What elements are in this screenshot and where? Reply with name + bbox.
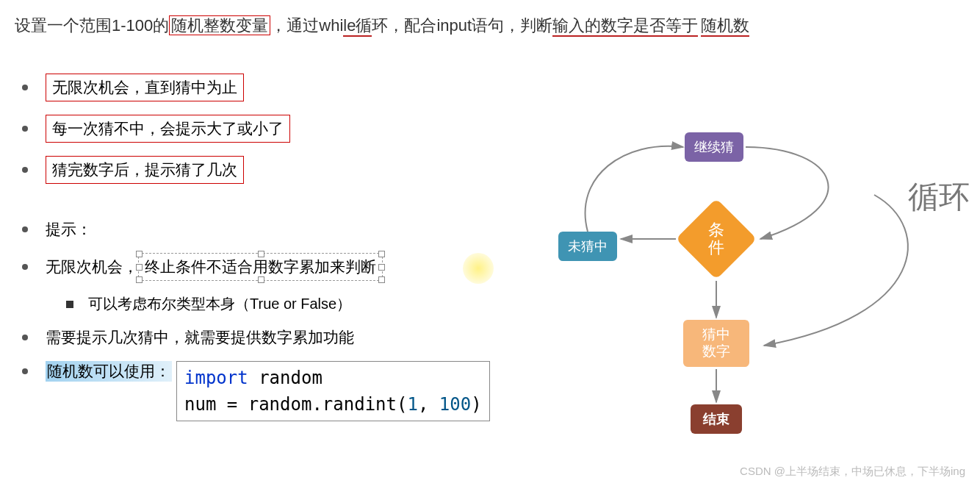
bullet-inf-prefix: 无限次机会， [46,257,138,277]
bullet-dot [22,85,28,90]
bullet-dot [22,167,28,173]
code-num-b: 100 [439,394,471,415]
code-module: random [248,368,323,388]
header-text: 设置一个范围1-100的 [15,16,169,35]
flow-node-not-guessed: 未猜中 [558,232,617,261]
code-kw-import: import [184,368,248,388]
bullet-dot [22,335,28,340]
cursor-highlight-icon [463,253,494,284]
flowchart-arrows [529,110,955,463]
bullet-3-text: 猜完数字后，提示猜了几次 [46,156,244,184]
bullet-count-text: 需要提示几次猜中，就需要提供数字累加功能 [46,327,354,348]
problem-statement: 设置一个范围1-100的随机整数变量，通过while循环，配合input语句，判… [15,15,965,37]
hint-label: 提示： [46,219,92,240]
header-underline-random: 随机数 [701,16,749,37]
bullet-dot [22,126,28,132]
bullet-1-text: 无限次机会，直到猜中为止 [46,74,244,101]
code-num-a: 1 [407,394,417,415]
header-text-3: 环，配合input语句，判断 [372,16,552,35]
flow-node-condition: 条件 [676,199,757,279]
code-comma: , [418,394,439,415]
bullet-1: 无限次机会，直到猜中为止 [22,74,965,101]
flow-node-guessed: 猜中数字 [683,320,749,367]
bullet-random-prefix: 随机数可以使用： [46,361,172,382]
bullet-inf-dashed-text: 终止条件不适合用数字累加来判断 [145,258,376,275]
flow-node-continue: 继续猜 [685,132,743,162]
flow-node-end: 结束 [691,404,742,434]
header-underline-input: 输入的数字是否等于 [552,16,698,37]
code-call: num = random.randint( [184,394,407,415]
bullet-dot [22,368,28,374]
sub-bullet-text: 可以考虑布尔类型本身（True or False） [88,294,351,314]
flowchart: 继续猜 未猜中 条件 猜中数字 结束 循环 [529,110,955,463]
sub-bullet-dot [66,301,73,308]
bullet-dot [22,264,28,270]
bullet-dot [22,226,28,232]
loop-label: 循环 [908,176,970,218]
bullet-2-text: 每一次猜不中，会提示大了或小了 [46,115,290,143]
watermark: CSDN @上半场结束，中场已休息，下半场ing [740,465,965,479]
header-box-random-var: 随机整数变量 [169,15,270,35]
code-snippet: import random num = random.randint(1, 10… [176,361,490,421]
code-close: ) [471,394,481,415]
bullet-inf-dashed-box[interactable]: 终止条件不适合用数字累加来判断 [138,253,383,281]
header-text-2: ，通过whi [270,16,343,35]
header-underline-while: le循 [343,16,372,37]
